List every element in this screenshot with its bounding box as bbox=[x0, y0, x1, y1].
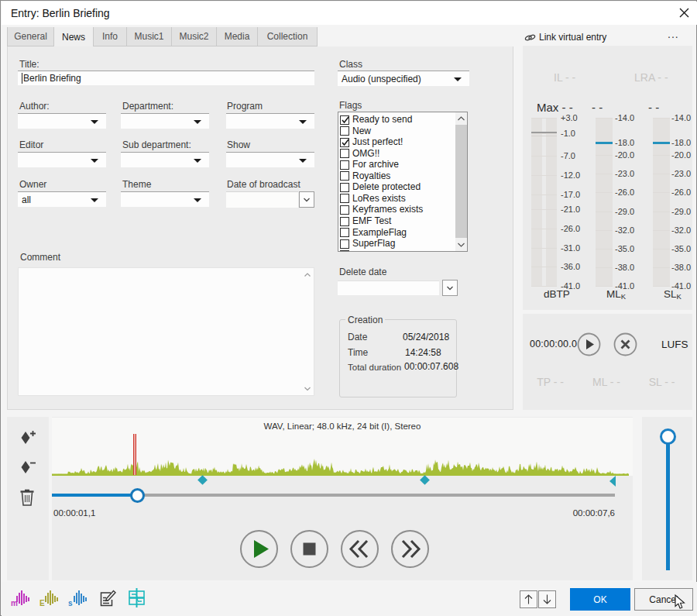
svg-text:s: s bbox=[68, 599, 73, 607]
svg-text:m: m bbox=[11, 599, 18, 607]
svg-text:E: E bbox=[39, 599, 45, 607]
